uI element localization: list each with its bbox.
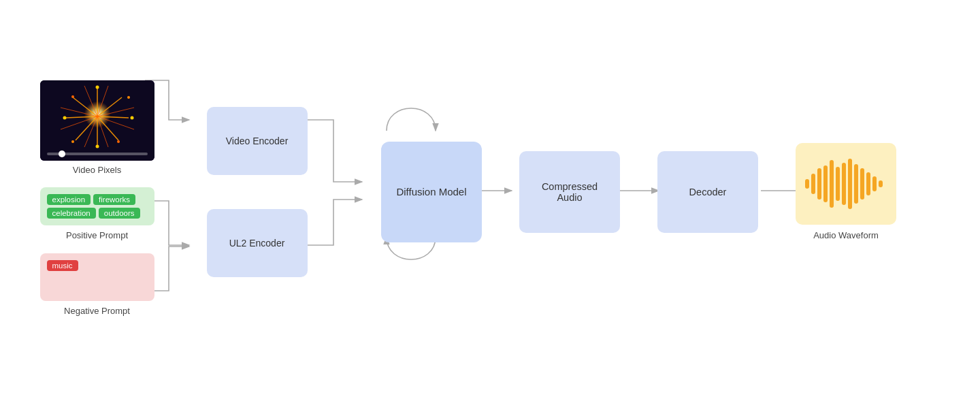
waveform-column: Audio Waveform [796, 143, 896, 240]
compressed-audio-column: Compressed Audio [519, 151, 620, 233]
svg-point-21 [130, 116, 133, 120]
tag-explosion: explosion [47, 194, 91, 205]
negative-prompt-label: Negative Prompt [64, 306, 130, 316]
diffusion-model-box: Diffusion Model [381, 142, 482, 242]
video-thumbnail [40, 80, 154, 161]
negative-prompt-box: music [40, 253, 154, 301]
svg-rect-34 [836, 167, 840, 201]
ul2-encoder-box: UL2 Encoder [207, 209, 308, 277]
positive-prompt: explosion fireworks celebration outdoors… [40, 187, 154, 241]
svg-rect-41 [879, 180, 883, 187]
svg-point-22 [117, 140, 120, 143]
negative-prompt: music Negative Prompt [40, 253, 154, 317]
positive-prompt-label: Positive Prompt [66, 230, 128, 240]
svg-rect-29 [805, 179, 809, 189]
encoders-column: Video Encoder UL2 Encoder [201, 107, 313, 277]
diffusion-column: Diffusion Model [381, 142, 482, 242]
waveform-box [796, 143, 896, 225]
svg-rect-36 [848, 159, 852, 209]
svg-point-25 [63, 116, 66, 120]
svg-point-19 [95, 86, 99, 89]
diagram-container: Video Pixels explosion fireworks celebra… [0, 0, 980, 397]
svg-rect-32 [823, 165, 828, 202]
inputs-column: Video Pixels explosion fireworks celebra… [34, 80, 160, 317]
decoder-column: Decoder [657, 151, 758, 233]
decoder-box: Decoder [657, 151, 758, 233]
positive-prompt-box: explosion fireworks celebration outdoors [40, 187, 154, 225]
video-label: Video Pixels [73, 165, 121, 175]
svg-rect-33 [830, 160, 834, 208]
svg-rect-39 [866, 172, 870, 195]
svg-rect-31 [817, 168, 821, 200]
video-input: Video Pixels [40, 80, 154, 175]
waveform-svg [802, 153, 889, 215]
positive-tags: explosion fireworks celebration outdoors [47, 194, 148, 219]
waveform-label: Audio Waveform [813, 230, 879, 240]
svg-point-24 [71, 140, 74, 143]
svg-rect-35 [842, 163, 846, 205]
compressed-audio-box: Compressed Audio [519, 151, 620, 233]
tag-fireworks: fireworks [93, 194, 135, 205]
svg-rect-40 [872, 176, 877, 191]
tag-outdoors: outdoors [99, 208, 140, 219]
negative-tags: music [47, 260, 148, 271]
tag-music: music [47, 260, 78, 271]
tag-celebration: celebration [47, 208, 96, 219]
svg-point-28 [59, 150, 65, 157]
svg-rect-30 [811, 174, 815, 194]
svg-rect-37 [854, 164, 858, 204]
svg-point-23 [95, 145, 99, 148]
svg-rect-38 [860, 168, 864, 200]
video-encoder-box: Video Encoder [207, 107, 308, 175]
svg-point-26 [71, 95, 74, 98]
svg-point-20 [127, 96, 130, 99]
